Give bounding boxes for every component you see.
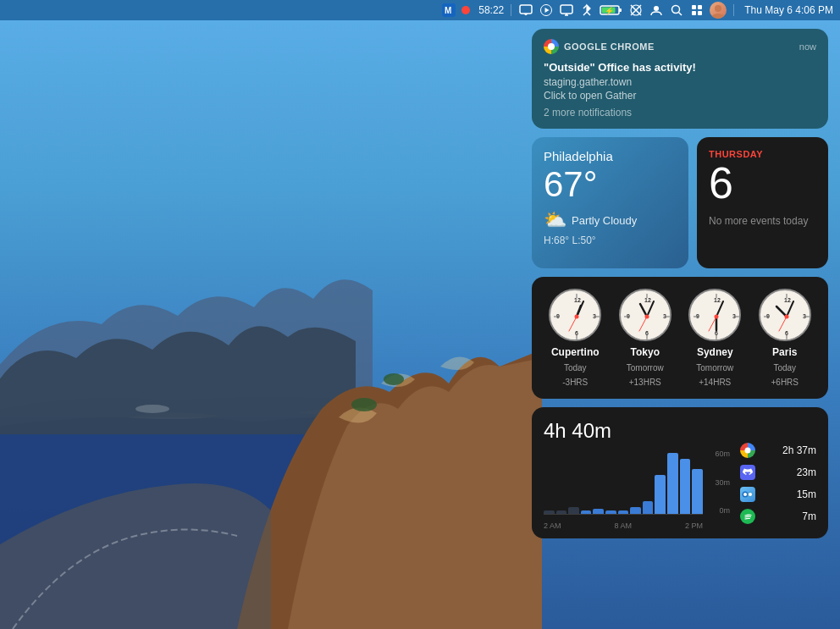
chart-y-label-0: 0m — [719, 506, 730, 515]
chart-bar — [630, 507, 641, 514]
datetime-display: Thu May 6 4:06 PM — [744, 4, 833, 16]
svg-text:⚡: ⚡ — [605, 6, 615, 16]
grid-icon[interactable] — [689, 3, 705, 18]
display-icon[interactable] — [559, 3, 574, 18]
chart-bar — [568, 507, 579, 514]
clock-diff-tokyo: +13HRS — [629, 378, 661, 387]
chart-bar — [692, 469, 703, 514]
clock-day-paris: Today — [773, 363, 796, 372]
chart-y-labels: 60m 30m 0m — [706, 450, 730, 515]
strikethrough-icon[interactable] — [628, 3, 644, 18]
clock-city-sydney: Sydney — [697, 346, 733, 358]
chart-bar — [556, 510, 567, 514]
svg-marker-7 — [545, 8, 550, 13]
svg-point-2 — [135, 405, 169, 413]
finder-app-icon — [740, 487, 755, 502]
svg-rect-8 — [561, 5, 572, 14]
discord-app-icon — [740, 465, 755, 480]
world-clocks-widget[interactable]: 12 3 6 9 Cupertino Today -3HR — [532, 277, 828, 399]
partly-cloudy-icon: ⛅ — [544, 209, 566, 231]
clocks-row: 12 3 6 9 Cupertino Today -3HR — [540, 289, 820, 387]
svg-text:3: 3 — [593, 313, 596, 319]
svg-point-51 — [644, 315, 649, 319]
svg-text:9: 9 — [766, 313, 770, 319]
media-play-icon[interactable] — [539, 3, 554, 18]
notification-widget[interactable]: GOOGLE CHROME now "Outside" Office has a… — [532, 29, 828, 129]
screentime-left: 4h 40m 60m 30m 0m 2 AM 8 AM 2 PM — [544, 419, 730, 527]
chart-x-label-2am: 2 AM — [544, 521, 561, 530]
app-row-chrome: 2h 37m — [740, 443, 816, 458]
spotify-time: 7m — [802, 510, 816, 522]
svg-text:M: M — [445, 6, 451, 15]
screentime-total: 4h 40m — [544, 419, 730, 443]
clock-sydney: 12 3 6 9 Sydney Tomorrow +14HRS — [688, 289, 741, 387]
chrome-app-icon-small — [740, 443, 755, 458]
svg-rect-22 — [698, 5, 702, 9]
clock-face-paris: 12 3 6 9 — [759, 289, 811, 341]
notification-action: Click to open Gather — [544, 90, 816, 102]
clock-diff-cupertino: -3HRS — [562, 378, 588, 387]
svg-point-79 — [749, 472, 750, 474]
clock-day-tokyo: Tomorrow — [627, 363, 664, 372]
chart-bar — [655, 475, 666, 514]
chart-y-label-30: 30m — [715, 478, 730, 487]
bluetooth-icon[interactable] — [579, 3, 594, 18]
svg-point-78 — [745, 472, 747, 474]
screentime-apps: 2h 37m 23m — [740, 419, 816, 527]
svg-rect-24 — [698, 11, 702, 15]
chart-bars — [544, 450, 703, 515]
weather-condition-text: Partly Cloudy — [572, 214, 637, 227]
svg-text:12: 12 — [784, 297, 791, 303]
chrome-time: 2h 37m — [782, 444, 816, 456]
clock-day-sydney: Tomorrow — [696, 363, 733, 372]
notification-url: staging.gather.town — [544, 76, 816, 88]
svg-point-25 — [715, 5, 721, 12]
svg-text:6: 6 — [645, 330, 649, 336]
svg-point-19 — [672, 6, 680, 14]
notification-app-row: GOOGLE CHROME — [544, 39, 655, 54]
svg-rect-23 — [692, 11, 696, 15]
clock-diff-paris: +6HRS — [771, 378, 799, 387]
svg-rect-21 — [692, 5, 696, 9]
weather-widget[interactable]: Philadelphia 67° ⛅ Partly Cloudy H:68° L… — [532, 137, 688, 268]
chart-bar — [544, 510, 555, 514]
profile-avatar[interactable] — [710, 2, 727, 19]
svg-text:3: 3 — [803, 313, 806, 319]
clock-city-paris: Paris — [772, 346, 797, 358]
chart-bar — [593, 509, 604, 514]
user-icon[interactable] — [649, 3, 664, 18]
chart-bar — [643, 501, 654, 514]
svg-text:12: 12 — [714, 297, 721, 303]
chart-bar — [618, 510, 629, 514]
search-icon[interactable] — [669, 3, 684, 18]
svg-text:3: 3 — [732, 313, 736, 319]
finder-time: 15m — [797, 488, 816, 500]
clock-city-tokyo: Tokyo — [631, 346, 660, 358]
chart-x-labels: 2 AM 8 AM 2 PM — [544, 521, 703, 530]
chart-bar — [667, 453, 678, 514]
clock-face-cupertino: 12 3 6 9 — [549, 289, 601, 341]
calendar-date: 6 — [709, 161, 816, 205]
svg-text:12: 12 — [644, 297, 651, 303]
record-indicator — [461, 6, 470, 14]
chart-bar — [581, 510, 592, 514]
weather-condition-row: ⛅ Partly Cloudy — [544, 209, 677, 231]
svg-text:12: 12 — [574, 297, 581, 303]
svg-point-64 — [715, 315, 719, 319]
notification-title: "Outside" Office has activity! — [544, 61, 816, 74]
chart-y-label-60: 60m — [715, 450, 730, 458]
chart-bar — [680, 459, 691, 514]
svg-text:9: 9 — [696, 313, 699, 319]
svg-text:9: 9 — [556, 313, 560, 319]
svg-text:9: 9 — [627, 313, 630, 319]
clock-face-tokyo: 12 3 6 9 — [619, 289, 671, 341]
screen-mirror-icon[interactable] — [518, 3, 533, 18]
malwarebytes-icon[interactable]: M — [441, 3, 456, 18]
svg-rect-5 — [520, 5, 532, 14]
battery-indicator: ⚡ — [600, 4, 623, 16]
notification-more: 2 more notifications — [544, 107, 816, 119]
calendar-widget[interactable]: THURSDAY 6 No more events today — [697, 137, 828, 268]
chart-x-label-2pm: 2 PM — [685, 521, 703, 530]
screen-time-widget[interactable]: 4h 40m 60m 30m 0m 2 AM 8 AM 2 PM — [532, 407, 828, 538]
weather-high-low: H:68° L:50° — [544, 234, 677, 246]
